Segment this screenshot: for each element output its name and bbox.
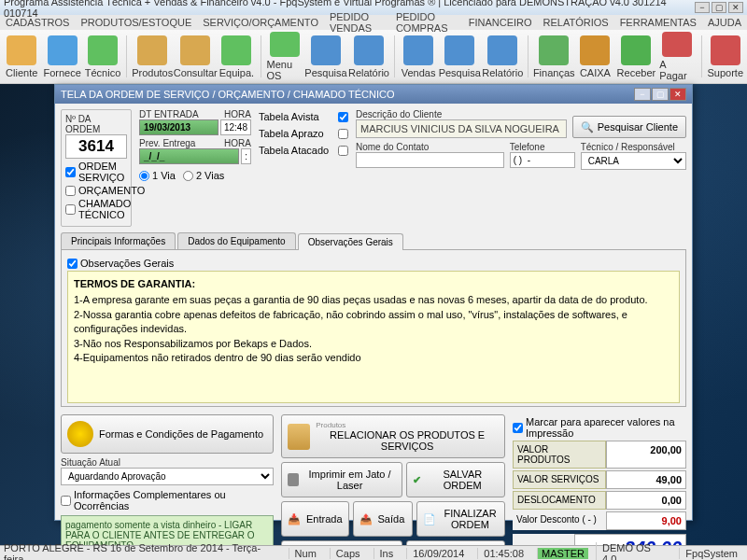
tab-equipamento[interactable]: Dados do Equipamento (177, 232, 296, 249)
toolbar-icon (221, 35, 251, 65)
chk-marcar-impressao[interactable] (513, 423, 523, 433)
valor-produtos: 200,00 (606, 441, 686, 469)
menubar: CADASTROS PRODUTOS/ESTOQUE SERVIÇO/ORÇAM… (0, 15, 747, 30)
toolbar-técnico[interactable]: Técnico (85, 32, 121, 81)
toolbar-relatório[interactable]: Relatório (349, 32, 388, 81)
telefone-input[interactable] (510, 152, 575, 168)
imprimir-laser-button[interactable]: Imprimir em Jato / Laser (281, 462, 402, 497)
dialog-titlebar: TELA DA ORDEM DE SERVIÇO / ORÇAMENTO / C… (55, 85, 692, 104)
toolbar-icon (662, 32, 692, 57)
toolbar-finanças[interactable]: Finanças (534, 32, 573, 81)
maximize-icon[interactable]: ▢ (712, 2, 726, 13)
dt-entrada[interactable]: 19/03/2013 (139, 119, 218, 135)
menu-produtos[interactable]: PRODUTOS/ESTOQUE (80, 17, 191, 28)
toolbar-icon (403, 35, 433, 65)
menu-ferramentas[interactable]: FERRAMENTAS (620, 17, 697, 28)
toolbar-menu os[interactable]: Menu OS (267, 32, 303, 81)
toolbar-icon (311, 35, 341, 65)
toolbar-icon (48, 35, 78, 65)
order-number-label: Nº DA ORDEM (65, 114, 127, 134)
out-icon: 📤 (359, 513, 373, 525)
entrada-button[interactable]: 📥Entrada (281, 501, 349, 537)
hora-entrada[interactable]: 12:48 (220, 119, 251, 135)
box-icon (288, 424, 310, 450)
radio-2vias[interactable] (183, 171, 193, 181)
dialog-close-icon[interactable]: ✕ (669, 88, 686, 101)
toolbar-consultar[interactable]: Consultar (176, 32, 215, 81)
valor-deslocamento: 0,00 (606, 491, 686, 510)
chk-ordem-servico[interactable] (65, 167, 76, 177)
order-number-value: 3614 (65, 134, 127, 159)
chk-orcamento[interactable] (65, 186, 76, 196)
toolbar-equipa.[interactable]: Equipa. (218, 32, 254, 81)
toolbar-receber[interactable]: Receber (617, 32, 656, 81)
observacoes-text[interactable]: TERMOS DE GARANTIA: 1-A empresa garante … (67, 271, 680, 403)
pesquisar-cliente-button[interactable]: 🔍 Pesquisar Cliente (572, 116, 686, 138)
menu-compras[interactable]: PEDIDO COMPRAS (396, 11, 458, 34)
toolbar-caixa[interactable]: CAIXA (577, 32, 613, 81)
check-icon: ✔ (413, 474, 421, 486)
toolbar-fornece[interactable]: Fornece (43, 32, 80, 81)
doc-icon: 📄 (423, 513, 436, 525)
menu-financeiro[interactable]: FINANCEIRO (469, 17, 532, 28)
toolbar-icon (7, 35, 36, 65)
statusbar: PORTO ALEGRE - RS 16 de Setembro de 2014… (0, 545, 747, 560)
toolbar-a pagar[interactable]: A Pagar (659, 32, 695, 81)
hora-prev[interactable]: : (241, 148, 251, 164)
toolbar-icon (711, 35, 740, 65)
toolbar: ClienteForneceTécnicoProdutosConsultarEq… (0, 30, 747, 84)
radio-1via[interactable] (139, 171, 149, 181)
status-location: PORTO ALEGRE - RS 16 de Setembro de 2014… (4, 542, 274, 561)
tecnico-select[interactable]: CARLA (581, 152, 686, 170)
tab-content: Observações Gerais TERMOS DE GARANTIA: 1… (61, 250, 686, 407)
toolbar-icon (270, 32, 300, 57)
toolbar-icon (444, 35, 474, 65)
toolbar-icon (88, 35, 118, 65)
formas-pagamento-button[interactable]: Formas e Condições de Pagamento (61, 414, 274, 454)
dialog-minimize-icon[interactable]: − (634, 88, 651, 101)
nome-contato-input[interactable] (356, 152, 504, 168)
close-icon[interactable]: ✕ (728, 2, 743, 13)
toolbar-suporte[interactable]: Suporte (708, 32, 744, 81)
coin-icon (67, 421, 93, 447)
toolbar-icon (180, 35, 210, 65)
minimize-icon[interactable]: − (695, 2, 710, 13)
menu-servico[interactable]: SERVIÇO/ORÇAMENTO (203, 17, 318, 28)
tab-principais[interactable]: Principais Informações (61, 232, 176, 249)
situacao-select[interactable]: Aguardando Aprovação (61, 468, 274, 485)
toolbar-icon (580, 35, 610, 65)
order-dialog: TELA DA ORDEM DE SERVIÇO / ORÇAMENTO / C… (54, 84, 693, 521)
toolbar-pesquisa[interactable]: Pesquisa (306, 32, 345, 81)
valor-servicos: 49,00 (606, 470, 686, 489)
chk-atacado[interactable] (338, 146, 348, 156)
in-icon: 📥 (288, 513, 301, 525)
menu-ajuda[interactable]: AJUDA (708, 17, 741, 28)
chk-aprazo[interactable] (338, 129, 348, 139)
salvar-button[interactable]: ✔SALVAR ORDEM (406, 462, 505, 497)
toolbar-icon (137, 35, 167, 65)
menu-relatorios[interactable]: RELATÓRIOS (543, 17, 609, 28)
chk-chamado[interactable] (65, 204, 76, 215)
cliente-nome: MARCIUS VINICIUS DA SILVA NOGUEIRA (356, 119, 567, 138)
chk-info-complementares[interactable] (61, 496, 71, 506)
order-number-group: Nº DA ORDEM 3614 ORDEM SERVIÇO ORÇAMENTO… (61, 109, 132, 227)
printer-icon (288, 473, 299, 486)
menu-cadastros[interactable]: CADASTROS (6, 17, 69, 28)
toolbar-pesquisa[interactable]: Pesquisa (440, 32, 479, 81)
toolbar-icon (487, 35, 517, 65)
chk-avista[interactable] (338, 112, 348, 122)
menu-vendas[interactable]: PEDIDO VENDAS (330, 11, 385, 34)
toolbar-relatório[interactable]: Relatório (483, 32, 522, 81)
toolbar-vendas[interactable]: Vendas (401, 32, 436, 81)
relacionar-produtos-button[interactable]: ProdutosRELACIONAR OS PRODUTOS E SERVIÇO… (281, 414, 505, 458)
prev-entrega[interactable]: _/_/_ (139, 148, 239, 164)
dialog-title: TELA DA ORDEM DE SERVIÇO / ORÇAMENTO / C… (61, 89, 395, 100)
valor-desconto[interactable]: 9,00 (606, 511, 686, 530)
saida-button[interactable]: 📤Saída (353, 501, 414, 537)
dialog-maximize-icon[interactable]: ▢ (652, 88, 669, 101)
finalizar-button[interactable]: 📄FINALIZAR ORDEM (416, 501, 505, 537)
toolbar-produtos[interactable]: Produtos (133, 32, 172, 81)
tab-observacoes[interactable]: Observações Gerais (298, 233, 403, 250)
toolbar-cliente[interactable]: Cliente (4, 32, 39, 81)
chk-obs-gerais[interactable] (67, 259, 78, 269)
